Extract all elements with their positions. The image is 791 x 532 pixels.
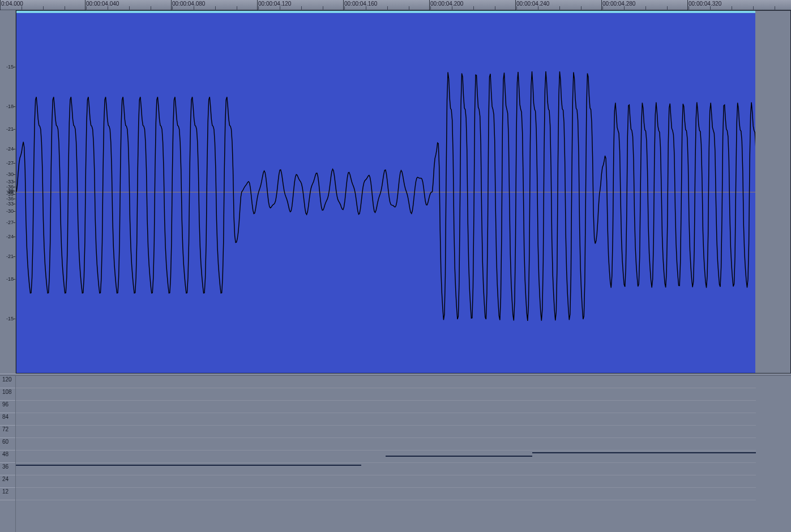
time-tick-minor [624,6,625,10]
time-tick-minor [495,6,495,10]
note-scale-label: 108 [0,388,15,401]
note-grid-row [16,376,791,388]
time-tick-minor [237,6,237,10]
time-tick-minor [86,6,87,10]
note-scale-label: 84 [0,413,15,426]
time-tick-minor [151,6,151,10]
time-tick-minor [753,6,754,10]
note-canvas[interactable] [16,376,791,532]
time-tick-minor [108,6,108,10]
time-tick-label: 00:00:04.160 [343,1,377,7]
db-tick [13,237,15,237]
db-tick [13,279,15,280]
time-tick-minor [710,6,711,10]
time-tick-label: 00:00:04.320 [687,1,721,7]
note-grid-row [16,488,791,500]
db-tick [13,256,15,257]
clip-right-margin [755,11,790,373]
db-tick [13,182,15,182]
time-tick-minor [452,6,452,10]
time-tick-minor [409,6,409,10]
time-tick-minor [559,6,560,10]
time-tick-label: 00:00:04.080 [171,1,205,7]
db-tick [13,106,15,107]
db-tick [13,222,15,223]
note-event[interactable] [16,465,361,466]
note-grid-row [16,438,791,451]
time-tick-label: 00:00:04.280 [601,1,635,7]
time-tick-label: 00:00:04.240 [515,1,549,7]
note-grid-row [16,401,791,413]
time-tick-minor [22,6,22,10]
db-tick [13,187,15,187]
time-tick-minor [602,6,603,10]
note-scale-label: 48 [0,451,15,463]
db-tick [13,149,15,149]
time-tick-label: 00:00:04.200 [429,1,463,7]
time-tick-minor [645,6,646,10]
note-scale-label: 36 [0,463,15,475]
time-ruler[interactable]: 0:04.00000:00:04.04000:00:04.08000:00:04… [0,0,791,10]
note-event[interactable] [386,456,532,457]
time-tick-minor [473,6,474,10]
db-tick [13,204,15,204]
time-tick-minor [667,6,668,10]
time-tick-label: 0:04.000 [0,1,23,7]
db-tick [13,174,15,175]
db-tick [13,129,15,130]
note-scale-label: 60 [0,438,15,451]
time-tick-minor [0,6,1,10]
time-tick-minor [538,6,538,10]
time-tick-minor [258,6,259,10]
time-tick-minor [430,6,431,10]
time-tick-minor [516,6,517,10]
time-tick-minor [65,6,65,10]
db-tick [13,211,15,212]
amplitude-scale: -15-18-21-24-27-30-33-36-39dB-39-36-33-3… [0,10,16,374]
db-tick [13,67,15,67]
waveform-panel: -15-18-21-24-27-30-33-36-39dB-39-36-33-3… [0,10,791,374]
note-scale-label: 24 [0,475,15,488]
note-grid-row [16,475,791,488]
db-tick [13,163,15,164]
note-event[interactable] [532,452,775,453]
db-tick [13,199,15,199]
note-grid-row [16,413,791,426]
time-tick-label: 00:00:04.120 [257,1,291,7]
note-scale-label: 72 [0,426,15,438]
note-panel: 1201089684726048362412 [0,376,791,532]
time-tick-label: 00:00:04.040 [85,1,119,7]
time-tick-minor [732,6,732,10]
db-tick [13,194,15,195]
note-scale-label: 96 [0,401,15,413]
waveform-line [16,71,789,321]
time-tick-minor [280,6,280,10]
time-tick-minor [323,6,323,10]
waveform-canvas[interactable] [16,10,791,374]
time-tick-minor [172,6,173,10]
time-tick-minor [387,6,388,10]
note-grid-row [16,426,791,438]
note-scale-label: 12 [0,488,15,500]
time-tick-minor [215,6,216,10]
note-scale-label: 120 [0,376,15,388]
time-tick-minor [301,6,302,10]
clip-right-margin [756,376,791,532]
note-scale: 1201089684726048362412 [0,376,16,532]
time-tick-minor [344,6,345,10]
waveform-path [16,11,790,373]
time-tick-minor [43,6,44,10]
db-tick [13,319,15,319]
time-tick-minor [194,6,194,10]
time-tick-minor [775,6,775,10]
note-grid-row [16,388,791,401]
time-tick-minor [129,6,130,10]
time-tick-minor [366,6,366,10]
time-tick-minor [581,6,582,10]
time-tick-minor [689,6,689,10]
